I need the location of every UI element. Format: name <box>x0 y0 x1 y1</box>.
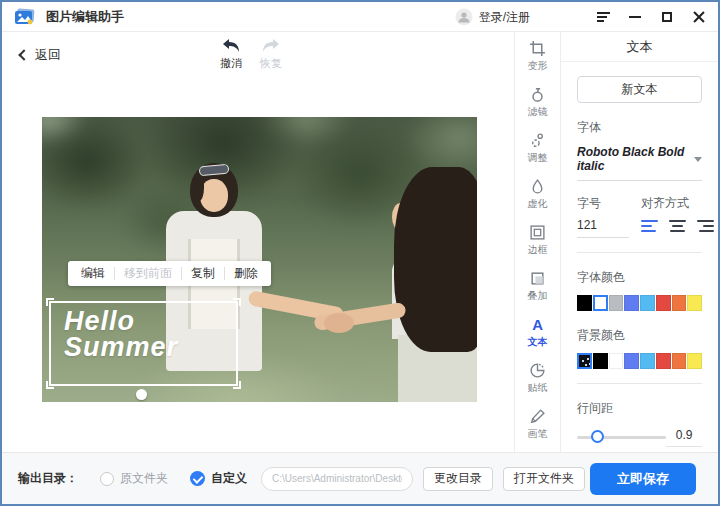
selection-corner-handle[interactable] <box>46 381 54 389</box>
overlay-text-line1: Hello <box>64 309 178 335</box>
line-spacing-value: 0.9 <box>666 428 702 447</box>
bg-color-label: 背景颜色 <box>577 327 702 344</box>
line-spacing-slider[interactable] <box>577 436 666 439</box>
color-swatch-e3493f[interactable] <box>656 353 671 369</box>
photo-girl1-bang <box>194 175 204 201</box>
change-dir-button[interactable]: 更改目录 <box>423 467 493 491</box>
app-title: 图片编辑助手 <box>46 8 124 26</box>
tool-text[interactable]: A 文本 <box>528 316 548 349</box>
divider <box>577 383 702 384</box>
undo-button[interactable]: 撤消 <box>220 38 242 71</box>
font-label: 字体 <box>577 119 702 136</box>
photo-canvas[interactable]: 编辑移到前面复制删除 Hello Summer <box>42 117 477 402</box>
context-toolbar: 编辑移到前面复制删除 <box>68 261 271 286</box>
color-swatch-5f7cf0[interactable] <box>624 295 639 311</box>
back-label: 返回 <box>35 46 61 64</box>
tool-sticker[interactable]: 贴纸 <box>528 362 548 395</box>
bg-color-swatches <box>577 353 702 369</box>
crop-icon <box>529 40 546 57</box>
context-item[interactable]: 移到前面 <box>115 265 181 282</box>
bottom-bar: 输出目录： 原文件夹 自定义 更改目录 打开文件夹 立即保存 <box>2 452 718 504</box>
radio-checked-icon <box>190 471 205 486</box>
align-left-button[interactable] <box>641 219 658 233</box>
redo-icon <box>260 38 282 54</box>
overlay-text[interactable]: Hello Summer <box>64 309 178 360</box>
redo-label: 恢复 <box>260 56 282 71</box>
tool-brush[interactable]: 画笔 <box>528 408 548 441</box>
color-swatch-ffffff[interactable] <box>593 295 608 311</box>
selection-corner-handle[interactable] <box>233 298 241 306</box>
undo-icon <box>220 38 242 54</box>
maximize-button[interactable] <box>658 8 676 26</box>
redo-button[interactable]: 恢复 <box>260 38 282 71</box>
tool-transform[interactable]: 变形 <box>528 40 548 73</box>
slider-handle[interactable] <box>591 430 604 443</box>
size-label: 字号 <box>577 195 629 212</box>
open-folder-button[interactable]: 打开文件夹 <box>503 467 585 491</box>
droplet-icon <box>529 178 546 195</box>
radio-custom-folder[interactable]: 自定义 <box>190 470 247 487</box>
context-item[interactable]: 编辑 <box>72 265 114 282</box>
tool-adjust[interactable]: 调整 <box>528 132 548 165</box>
font-color-label: 字体颜色 <box>577 269 702 286</box>
brush-icon <box>529 408 546 425</box>
align-right-button[interactable] <box>697 219 714 233</box>
align-center-button[interactable] <box>669 219 686 233</box>
svg-text:A: A <box>532 317 543 333</box>
color-swatch-54baf2[interactable] <box>640 295 655 311</box>
color-swatch-000000[interactable] <box>577 295 592 311</box>
text-a-icon: A <box>529 316 546 333</box>
photo-girl2-hair <box>394 167 477 352</box>
font-size-input[interactable] <box>577 212 629 238</box>
photo-girl1-face <box>200 179 228 212</box>
color-swatch-ec7540[interactable] <box>672 295 687 311</box>
undo-label: 撤消 <box>220 56 242 71</box>
color-swatch-b9bcc0[interactable] <box>609 295 624 311</box>
color-swatch-5f7cf0[interactable] <box>624 353 639 369</box>
context-item[interactable]: 删除 <box>225 265 267 282</box>
radio-original-folder[interactable]: 原文件夹 <box>100 470 168 487</box>
adjust-circles-icon <box>529 132 546 149</box>
color-swatch-e3493f[interactable] <box>656 295 671 311</box>
tool-overlay[interactable]: 叠加 <box>528 270 548 303</box>
chevron-left-icon <box>18 49 29 60</box>
font-dropdown[interactable]: Roboto Black Bold italic <box>577 136 702 181</box>
color-swatch-54baf2[interactable] <box>640 353 655 369</box>
divider <box>577 252 702 253</box>
selection-corner-handle[interactable] <box>233 381 241 389</box>
new-text-button[interactable]: 新文本 <box>577 76 702 103</box>
color-swatch-f8e851[interactable] <box>687 353 702 369</box>
chevron-down-icon <box>694 157 702 162</box>
app-window: 图片编辑助手 登录/注册 返回 <box>0 0 720 506</box>
back-button[interactable]: 返回 <box>20 46 61 64</box>
sticker-icon <box>529 362 546 379</box>
rotate-handle[interactable] <box>136 389 147 400</box>
radio-unchecked-icon <box>100 472 114 486</box>
text-selection-box[interactable]: Hello Summer <box>49 301 238 386</box>
overlay-square-icon <box>529 270 546 287</box>
save-now-button[interactable]: 立即保存 <box>590 463 696 495</box>
output-path-input[interactable] <box>261 467 413 491</box>
flask-icon <box>529 86 546 103</box>
tool-sidebar: 变形 滤镜 调整 虚化 边框 <box>514 32 560 452</box>
title-bar: 图片编辑助手 登录/注册 <box>2 2 718 32</box>
output-dir-label: 输出目录： <box>18 470 78 487</box>
minimize-button[interactable] <box>626 8 644 26</box>
color-swatch-transparent[interactable] <box>577 353 592 369</box>
color-swatch-ec7540[interactable] <box>672 353 687 369</box>
avatar-icon <box>455 8 473 26</box>
color-swatch-ffffff[interactable] <box>609 353 624 369</box>
tool-filter[interactable]: 滤镜 <box>528 86 548 119</box>
context-item[interactable]: 复制 <box>182 265 224 282</box>
menu-icon[interactable] <box>594 8 612 26</box>
color-swatch-000000[interactable] <box>593 353 608 369</box>
font-value: Roboto Black Bold italic <box>577 145 694 173</box>
overlay-text-line2: Summer <box>64 335 178 361</box>
close-button[interactable] <box>690 8 708 26</box>
login-label: 登录/注册 <box>479 9 530 26</box>
tool-blur[interactable]: 虚化 <box>528 178 548 211</box>
tool-border[interactable]: 边框 <box>528 224 548 257</box>
selection-corner-handle[interactable] <box>46 298 54 306</box>
login-register[interactable]: 登录/注册 <box>455 8 530 26</box>
color-swatch-f8e851[interactable] <box>687 295 702 311</box>
